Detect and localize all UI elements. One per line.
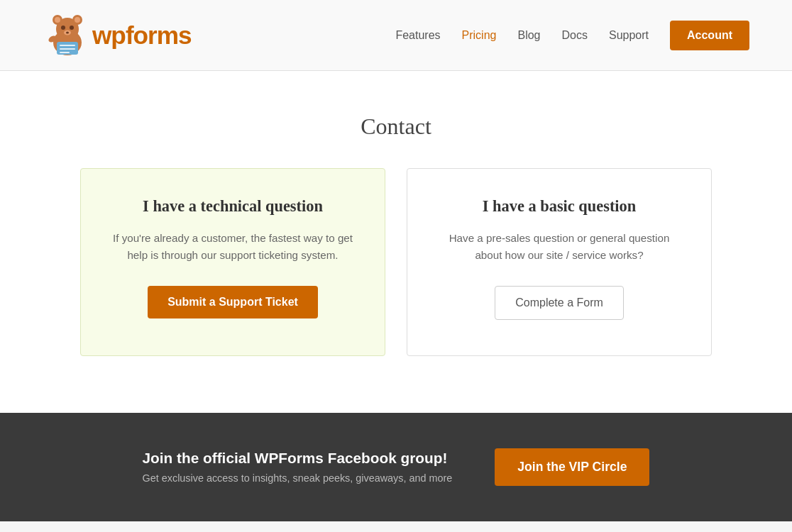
nav-blog[interactable]: Blog <box>517 29 540 42</box>
svg-point-6 <box>61 26 65 30</box>
vip-circle-button[interactable]: Join the VIP Circle <box>495 448 649 486</box>
page-title: Contact <box>28 113 764 140</box>
nav-docs[interactable]: Docs <box>562 29 588 42</box>
logo-bear-icon <box>43 11 92 60</box>
footer-banner-subtext: Get exclusive access to insights, sneak … <box>143 472 453 484</box>
svg-rect-14 <box>60 52 70 53</box>
footer-banner: Join the official WPForms Facebook group… <box>0 413 792 521</box>
basic-question-card: I have a basic question Have a pre-sales… <box>407 168 712 356</box>
nav-pricing[interactable]: Pricing <box>462 29 497 42</box>
main-nav: Features Pricing Blog Docs Support Accou… <box>395 21 749 50</box>
footer-banner-heading: Join the official WPForms Facebook group… <box>143 450 453 467</box>
svg-point-3 <box>55 17 60 23</box>
main-content: Contact I have a technical question If y… <box>0 71 792 413</box>
nav-support[interactable]: Support <box>609 29 649 42</box>
site-header: wpforms Features Pricing Blog Docs Suppo… <box>0 0 792 71</box>
technical-card-heading: I have a technical question <box>109 197 356 216</box>
technical-card-description: If you're already a customer, the fastes… <box>109 230 356 265</box>
basic-card-heading: I have a basic question <box>436 197 683 216</box>
svg-rect-13 <box>60 48 75 50</box>
submit-ticket-button[interactable]: Submit a Support Ticket <box>148 286 318 318</box>
logo-wordmark: wpforms <box>92 21 192 50</box>
nav-features[interactable]: Features <box>395 29 440 42</box>
svg-rect-12 <box>60 45 75 46</box>
svg-point-9 <box>66 31 69 33</box>
complete-form-button[interactable]: Complete a Form <box>495 286 624 320</box>
svg-point-7 <box>70 26 74 30</box>
svg-point-5 <box>75 17 80 23</box>
footer-banner-text: Join the official WPForms Facebook group… <box>143 450 453 484</box>
basic-card-description: Have a pre-sales question or general que… <box>436 230 683 265</box>
logo: wpforms <box>43 11 192 60</box>
account-button[interactable]: Account <box>670 21 749 50</box>
technical-question-card: I have a technical question If you're al… <box>80 168 385 356</box>
cards-container: I have a technical question If you're al… <box>41 168 751 356</box>
